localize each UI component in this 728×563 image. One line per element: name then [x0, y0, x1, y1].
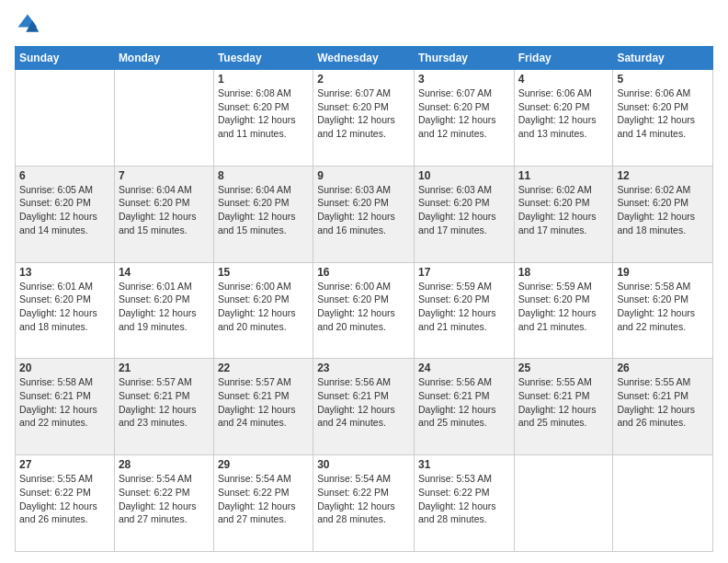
day-number: 1 — [218, 73, 309, 86]
day-number: 19 — [617, 266, 709, 279]
calendar-day-cell: 21Sunrise: 5:57 AM Sunset: 6:21 PM Dayli… — [114, 359, 213, 455]
day-number: 14 — [119, 266, 210, 279]
day-of-week-header: Wednesday — [313, 47, 415, 70]
calendar-day-cell: 13Sunrise: 6:01 AM Sunset: 6:20 PM Dayli… — [16, 262, 115, 359]
day-info: Sunrise: 5:54 AM Sunset: 6:22 PM Dayligh… — [119, 472, 210, 526]
logo — [15, 11, 44, 37]
header — [15, 11, 713, 37]
day-number: 24 — [418, 362, 510, 374]
calendar-day-cell: 19Sunrise: 5:58 AM Sunset: 6:20 PM Dayli… — [613, 262, 713, 359]
calendar-day-cell — [114, 70, 213, 167]
day-number: 3 — [418, 73, 510, 86]
calendar-day-cell: 23Sunrise: 5:56 AM Sunset: 6:21 PM Dayli… — [313, 359, 415, 455]
day-number: 28 — [119, 458, 210, 471]
calendar-day-cell: 30Sunrise: 5:54 AM Sunset: 6:22 PM Dayli… — [313, 455, 415, 552]
day-info: Sunrise: 6:07 AM Sunset: 6:20 PM Dayligh… — [317, 86, 410, 141]
day-info: Sunrise: 5:59 AM Sunset: 6:20 PM Dayligh… — [418, 280, 510, 334]
day-info: Sunrise: 6:04 AM Sunset: 6:20 PM Dayligh… — [119, 183, 210, 237]
day-info: Sunrise: 6:07 AM Sunset: 6:20 PM Dayligh… — [418, 86, 510, 141]
day-number: 20 — [19, 362, 110, 374]
day-info: Sunrise: 6:06 AM Sunset: 6:20 PM Dayligh… — [617, 86, 709, 141]
calendar-day-cell: 10Sunrise: 6:03 AM Sunset: 6:20 PM Dayli… — [414, 166, 514, 262]
day-info: Sunrise: 6:04 AM Sunset: 6:20 PM Dayligh… — [218, 183, 309, 237]
day-number: 16 — [317, 266, 410, 279]
day-number: 30 — [317, 458, 410, 471]
day-info: Sunrise: 6:06 AM Sunset: 6:20 PM Dayligh… — [518, 86, 609, 141]
calendar-day-cell: 18Sunrise: 5:59 AM Sunset: 6:20 PM Dayli… — [514, 262, 613, 359]
day-of-week-header: Saturday — [613, 47, 713, 70]
day-number: 22 — [218, 362, 309, 374]
day-info: Sunrise: 5:56 AM Sunset: 6:21 PM Dayligh… — [418, 375, 510, 430]
day-info: Sunrise: 5:58 AM Sunset: 6:20 PM Dayligh… — [617, 280, 709, 334]
day-info: Sunrise: 5:58 AM Sunset: 6:21 PM Dayligh… — [19, 375, 110, 430]
day-of-week-header: Friday — [514, 47, 613, 70]
day-number: 12 — [617, 169, 709, 182]
day-number: 6 — [19, 169, 110, 182]
calendar-day-cell: 22Sunrise: 5:57 AM Sunset: 6:21 PM Dayli… — [213, 359, 313, 455]
calendar-day-cell: 5Sunrise: 6:06 AM Sunset: 6:20 PM Daylig… — [613, 70, 713, 167]
day-number: 25 — [518, 362, 609, 374]
day-info: Sunrise: 6:00 AM Sunset: 6:20 PM Dayligh… — [218, 280, 309, 334]
calendar-day-cell — [613, 455, 713, 552]
day-info: Sunrise: 6:01 AM Sunset: 6:20 PM Dayligh… — [19, 280, 110, 334]
calendar-week-row: 20Sunrise: 5:58 AM Sunset: 6:21 PM Dayli… — [16, 359, 713, 455]
page: SundayMondayTuesdayWednesdayThursdayFrid… — [0, 0, 728, 563]
day-number: 2 — [317, 73, 410, 86]
day-info: Sunrise: 6:00 AM Sunset: 6:20 PM Dayligh… — [317, 280, 410, 334]
calendar-week-row: 6Sunrise: 6:05 AM Sunset: 6:20 PM Daylig… — [16, 166, 713, 262]
logo-icon — [15, 11, 40, 37]
calendar-day-cell: 9Sunrise: 6:03 AM Sunset: 6:20 PM Daylig… — [313, 166, 415, 262]
day-of-week-header: Tuesday — [213, 47, 313, 70]
calendar-day-cell: 1Sunrise: 6:08 AM Sunset: 6:20 PM Daylig… — [213, 70, 313, 167]
day-number: 27 — [19, 458, 110, 471]
day-info: Sunrise: 6:03 AM Sunset: 6:20 PM Dayligh… — [418, 183, 510, 237]
calendar-day-cell: 17Sunrise: 5:59 AM Sunset: 6:20 PM Dayli… — [414, 262, 514, 359]
day-info: Sunrise: 6:02 AM Sunset: 6:20 PM Dayligh… — [518, 183, 609, 237]
calendar-day-cell — [16, 70, 115, 167]
calendar-day-cell: 29Sunrise: 5:54 AM Sunset: 6:22 PM Dayli… — [213, 455, 313, 552]
calendar-day-cell: 25Sunrise: 5:55 AM Sunset: 6:21 PM Dayli… — [514, 359, 613, 455]
day-number: 10 — [418, 169, 510, 182]
calendar-day-cell: 7Sunrise: 6:04 AM Sunset: 6:20 PM Daylig… — [114, 166, 213, 262]
day-info: Sunrise: 5:53 AM Sunset: 6:22 PM Dayligh… — [418, 472, 510, 526]
calendar-day-cell: 15Sunrise: 6:00 AM Sunset: 6:20 PM Dayli… — [213, 262, 313, 359]
calendar-day-cell: 11Sunrise: 6:02 AM Sunset: 6:20 PM Dayli… — [514, 166, 613, 262]
day-number: 7 — [119, 169, 210, 182]
day-info: Sunrise: 6:08 AM Sunset: 6:20 PM Dayligh… — [218, 86, 309, 141]
day-info: Sunrise: 5:57 AM Sunset: 6:21 PM Dayligh… — [218, 375, 309, 430]
day-number: 18 — [518, 266, 609, 279]
calendar-day-cell: 20Sunrise: 5:58 AM Sunset: 6:21 PM Dayli… — [16, 359, 115, 455]
calendar-week-row: 13Sunrise: 6:01 AM Sunset: 6:20 PM Dayli… — [16, 262, 713, 359]
calendar-day-cell: 14Sunrise: 6:01 AM Sunset: 6:20 PM Dayli… — [114, 262, 213, 359]
day-info: Sunrise: 5:55 AM Sunset: 6:22 PM Dayligh… — [19, 472, 110, 526]
day-of-week-header: Thursday — [414, 47, 514, 70]
day-info: Sunrise: 5:55 AM Sunset: 6:21 PM Dayligh… — [518, 375, 609, 430]
calendar-day-cell: 31Sunrise: 5:53 AM Sunset: 6:22 PM Dayli… — [414, 455, 514, 552]
day-number: 4 — [518, 73, 609, 86]
calendar-day-cell: 27Sunrise: 5:55 AM Sunset: 6:22 PM Dayli… — [16, 455, 115, 552]
calendar-day-cell: 16Sunrise: 6:00 AM Sunset: 6:20 PM Dayli… — [313, 262, 415, 359]
calendar-day-cell — [514, 455, 613, 552]
day-number: 15 — [218, 266, 309, 279]
day-info: Sunrise: 5:59 AM Sunset: 6:20 PM Dayligh… — [518, 280, 609, 334]
day-info: Sunrise: 5:55 AM Sunset: 6:21 PM Dayligh… — [617, 375, 709, 430]
calendar-header-row: SundayMondayTuesdayWednesdayThursdayFrid… — [16, 47, 713, 70]
calendar-day-cell: 3Sunrise: 6:07 AM Sunset: 6:20 PM Daylig… — [414, 70, 514, 167]
day-info: Sunrise: 6:01 AM Sunset: 6:20 PM Dayligh… — [119, 280, 210, 334]
day-info: Sunrise: 6:02 AM Sunset: 6:20 PM Dayligh… — [617, 183, 709, 237]
calendar-day-cell: 2Sunrise: 6:07 AM Sunset: 6:20 PM Daylig… — [313, 70, 415, 167]
day-number: 9 — [317, 169, 410, 182]
day-info: Sunrise: 6:03 AM Sunset: 6:20 PM Dayligh… — [317, 183, 410, 237]
day-info: Sunrise: 5:56 AM Sunset: 6:21 PM Dayligh… — [317, 375, 410, 430]
calendar-day-cell: 8Sunrise: 6:04 AM Sunset: 6:20 PM Daylig… — [213, 166, 313, 262]
day-number: 8 — [218, 169, 309, 182]
calendar-week-row: 1Sunrise: 6:08 AM Sunset: 6:20 PM Daylig… — [16, 70, 713, 167]
day-number: 26 — [617, 362, 709, 374]
day-number: 23 — [317, 362, 410, 374]
day-of-week-header: Monday — [114, 47, 213, 70]
calendar-day-cell: 26Sunrise: 5:55 AM Sunset: 6:21 PM Dayli… — [613, 359, 713, 455]
day-info: Sunrise: 5:54 AM Sunset: 6:22 PM Dayligh… — [317, 472, 410, 526]
calendar-day-cell: 12Sunrise: 6:02 AM Sunset: 6:20 PM Dayli… — [613, 166, 713, 262]
day-number: 29 — [218, 458, 309, 471]
day-number: 17 — [418, 266, 510, 279]
